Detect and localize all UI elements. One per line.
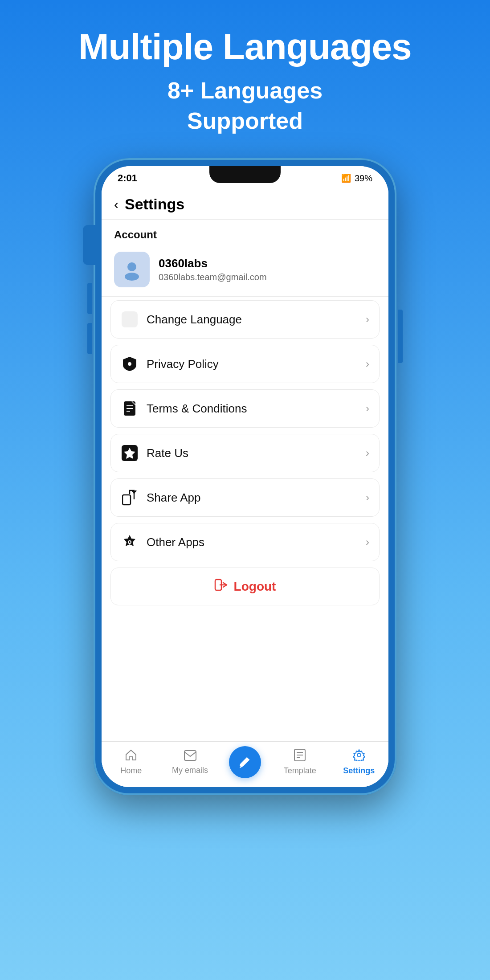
notch (209, 166, 281, 183)
svg-point-1 (125, 273, 139, 281)
menu-list: 🌐 Change Language › Privacy Policy (102, 300, 388, 741)
logout-button[interactable]: Logout (110, 568, 380, 605)
menu-item-other-apps[interactable]: Other Apps › (110, 523, 380, 561)
settings-nav-label: Settings (343, 766, 375, 776)
terms-conditions-label: Terms & Conditions (147, 402, 358, 416)
divider (102, 296, 388, 297)
nav-item-my-emails[interactable]: My emails (170, 750, 210, 775)
avatar (114, 252, 150, 287)
other-apps-label: Other Apps (147, 535, 358, 549)
svg-point-23 (357, 753, 361, 757)
share-app-label: Share App (147, 491, 358, 505)
svg-point-0 (127, 262, 136, 271)
top-nav: ‹ Settings (102, 188, 388, 220)
svg-rect-11 (122, 495, 131, 505)
svg-point-4 (128, 362, 131, 366)
email-icon (184, 750, 196, 764)
account-row[interactable]: 0360labs 0360labs.team@gmail.com (102, 245, 388, 296)
svg-point-14 (129, 541, 131, 543)
document-icon (121, 400, 139, 417)
hero-subtitle: 8+ Languages Supported (167, 76, 323, 136)
star-icon (121, 444, 139, 462)
badge-icon (121, 533, 139, 551)
menu-item-terms-conditions[interactable]: Terms & Conditions › (110, 389, 380, 428)
logout-icon (214, 579, 228, 594)
chevron-icon: › (366, 358, 369, 370)
template-icon (294, 749, 306, 764)
status-time: 2:01 (118, 172, 137, 184)
home-icon (125, 749, 137, 764)
svg-rect-17 (184, 751, 196, 760)
nav-item-template[interactable]: Template (280, 749, 320, 776)
translate-icon: 🌐 (121, 310, 139, 328)
nav-item-home[interactable]: Home (111, 749, 151, 776)
share-icon (121, 489, 139, 506)
account-info: 0360labs 0360labs.team@gmail.com (159, 257, 267, 282)
menu-item-share-app[interactable]: Share App › (110, 478, 380, 517)
phone-screen: 2:01 📶 39% ‹ Settings Account (102, 166, 388, 787)
home-nav-label: Home (120, 766, 142, 776)
chevron-icon: › (366, 447, 369, 459)
settings-nav-icon (353, 749, 365, 764)
back-button[interactable]: ‹ (114, 197, 118, 212)
svg-rect-2 (122, 311, 138, 327)
avatar-icon (120, 258, 143, 281)
shield-icon (121, 355, 139, 373)
battery-indicator: 39% (355, 173, 372, 184)
menu-item-change-language[interactable]: 🌐 Change Language › (110, 300, 380, 339)
hero-title: Multiple Languages (78, 27, 411, 67)
menu-item-rate-us[interactable]: Rate Us › (110, 434, 380, 472)
nav-item-settings[interactable]: Settings (339, 749, 379, 776)
my-emails-nav-label: My emails (172, 766, 208, 775)
phone-frame: 2:01 📶 39% ‹ Settings Account (94, 158, 396, 795)
chevron-icon: › (366, 491, 369, 504)
compose-button[interactable] (229, 746, 261, 778)
account-section-label: Account (102, 220, 388, 245)
bottom-nav: Home My emails (102, 741, 388, 787)
chevron-icon: › (366, 313, 369, 326)
page-title: Settings (125, 196, 184, 213)
wifi-icon: 📶 (341, 173, 351, 183)
app-content: ‹ Settings Account 0360labs 0360labs.tea… (102, 188, 388, 787)
account-email: 0360labs.team@gmail.com (159, 272, 267, 282)
rate-us-label: Rate Us (147, 446, 358, 460)
privacy-policy-label: Privacy Policy (147, 357, 358, 371)
menu-item-privacy-policy[interactable]: Privacy Policy › (110, 345, 380, 383)
chevron-icon: › (366, 536, 369, 548)
change-language-label: Change Language (147, 313, 358, 327)
template-nav-label: Template (284, 766, 316, 776)
chevron-icon: › (366, 402, 369, 415)
status-icons: 📶 39% (341, 173, 372, 184)
account-name: 0360labs (159, 257, 267, 270)
logout-label: Logout (234, 580, 276, 594)
